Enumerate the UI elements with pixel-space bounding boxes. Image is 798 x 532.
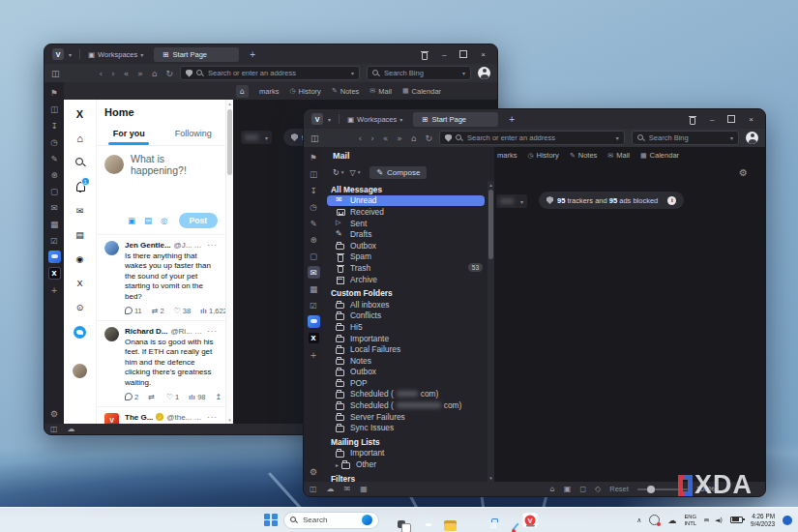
bookmark-bar-item[interactable]: ▦ Calendar xyxy=(640,151,679,160)
bookmark-bar-item[interactable]: ✎ Notes xyxy=(332,87,359,96)
images-toggle-icon[interactable]: ▣ xyxy=(564,485,572,493)
workspaces-button[interactable]: ▣ Workspaces ▾ xyxy=(347,115,402,124)
bookmark-bar-item[interactable]: marks xyxy=(497,151,517,160)
account-dropdown[interactable]: ▾ xyxy=(241,131,272,144)
closed-tabs-trash-icon[interactable] xyxy=(421,50,429,59)
scrollbar[interactable]: ▴ ▾ xyxy=(225,100,233,424)
close-button[interactable]: × xyxy=(749,115,754,124)
minimize-button[interactable]: – xyxy=(442,50,446,59)
zoom-slider-knob[interactable] xyxy=(647,486,655,493)
add-panel-icon[interactable]: + xyxy=(308,348,320,361)
share-icon[interactable]: ↥ xyxy=(215,393,222,401)
retweet-icon[interactable]: ⇄2 xyxy=(152,307,164,315)
mail-folder-row[interactable]: Received xyxy=(323,206,487,218)
retweet-icon[interactable]: ⇄ xyxy=(148,393,157,401)
bookmark-home-button[interactable]: ⌂ xyxy=(236,85,249,98)
forward-button[interactable]: › xyxy=(111,69,115,78)
notification-badge[interactable] xyxy=(783,516,792,525)
start-button[interactable] xyxy=(264,514,278,527)
address-bar[interactable]: Search or enter an address ▾ xyxy=(439,131,625,145)
bookmark-bar-item[interactable]: ▦ Calendar xyxy=(402,87,441,96)
rewind-button[interactable]: « xyxy=(383,133,389,143)
chevron-down-icon[interactable]: ▾ xyxy=(616,134,619,141)
history-panel-icon[interactable]: ◷ xyxy=(48,135,61,148)
mail-folder-row[interactable]: Hi5 xyxy=(323,321,487,333)
fast-forward-button[interactable]: » xyxy=(137,69,143,78)
vivaldi-window-front[interactable]: V ▾ ▣ Workspaces ▾ ⊞ Start Page + – × ◫ xyxy=(303,108,766,497)
mail-panel-icon[interactable]: ✉ xyxy=(308,266,320,279)
back-button[interactable]: ‹ xyxy=(100,69,103,78)
close-button[interactable]: × xyxy=(481,50,486,59)
reply-icon[interactable]: 11 xyxy=(125,307,142,315)
add-panel-icon[interactable]: + xyxy=(48,283,61,296)
capture-icon[interactable]: ◻ xyxy=(579,485,586,493)
mail-folder-row[interactable]: Custom Folders xyxy=(323,287,487,299)
mail-folder-row[interactable]: Outbox xyxy=(323,367,487,378)
calendar-status-icon[interactable]: ▦ xyxy=(360,485,368,493)
zoom-reset-label[interactable]: Reset xyxy=(609,485,629,493)
panel-toggle-icon[interactable]: ◫ xyxy=(50,425,58,433)
workspaces-button[interactable]: ▣ Workspaces ▾ xyxy=(88,50,143,59)
trackers-blocked-badge[interactable]: 95 trackers and 95 ads blocked i xyxy=(539,192,684,209)
tray-chevron-icon[interactable]: ∧ xyxy=(636,517,641,524)
reply-icon[interactable]: 2 xyxy=(125,393,138,401)
mail-folder-row[interactable]: Notes xyxy=(323,355,487,367)
reading-list-panel-icon[interactable]: ◫ xyxy=(48,103,61,115)
bookmarks-panel-icon[interactable]: ⚑ xyxy=(308,151,320,163)
tab-start-page[interactable]: ⊞ Start Page xyxy=(154,47,239,62)
taskbar-search[interactable]: Search xyxy=(283,512,379,529)
chevron-down-icon[interactable]: ▾ xyxy=(351,70,354,76)
onedrive-icon[interactable]: ☁ xyxy=(667,516,676,525)
expand-caret-icon[interactable]: ▸ xyxy=(336,461,339,468)
panel-toggle-icon[interactable]: ◫ xyxy=(51,69,60,78)
mail-folder-row[interactable]: Local Failures xyxy=(323,343,487,355)
mail-refresh-button[interactable]: ↻▾ xyxy=(333,168,343,177)
mail-folder-row[interactable]: Importante xyxy=(323,333,487,344)
poll-icon[interactable]: ◎ xyxy=(161,216,167,225)
wifi-icon[interactable]: ))) xyxy=(702,518,708,521)
reading-list-panel-icon[interactable]: ◫ xyxy=(308,167,320,180)
tasks-panel-icon[interactable]: ☑ xyxy=(48,234,61,247)
tweet-more-icon[interactable]: ··· xyxy=(207,327,218,336)
closed-tabs-trash-icon[interactable] xyxy=(689,115,696,124)
mail-folder-row[interactable]: Archive xyxy=(323,274,487,285)
mail-folder-row[interactable]: POP xyxy=(323,377,487,389)
language-switcher[interactable]: ENGINTL xyxy=(684,514,696,525)
mail-folder-row[interactable]: Sent xyxy=(323,218,487,229)
bookmark-bar-item[interactable]: marks xyxy=(259,87,279,96)
compose-tweet-box[interactable]: What is happening?! ▣▤◎ Post xyxy=(97,146,225,235)
notifications-icon[interactable]: 1 xyxy=(74,181,87,193)
lists-icon[interactable]: ▤ xyxy=(74,229,87,242)
tweet-more-icon[interactable]: ··· xyxy=(207,241,218,250)
bookmark-bar-item[interactable]: ◷ History xyxy=(289,87,320,96)
communities-icon[interactable]: ◉ xyxy=(74,253,87,266)
messages-icon[interactable]: ✉ xyxy=(74,205,87,218)
compose-button[interactable]: ✎ Compose xyxy=(369,166,427,179)
web-panel-icon[interactable] xyxy=(48,251,61,263)
panel-toggle-icon[interactable]: ◫ xyxy=(310,485,317,493)
mail-folder-row[interactable]: Conflicts xyxy=(323,310,487,322)
settings-gear-icon[interactable]: ⚙ xyxy=(310,467,317,477)
settings-gear-icon[interactable]: ⚙ xyxy=(50,409,58,419)
feeds-panel-icon[interactable]: ⊛ xyxy=(48,168,61,181)
premium-icon[interactable]: X xyxy=(74,278,87,290)
history-panel-icon[interactable]: ◷ xyxy=(308,200,320,213)
x-logo[interactable]: X xyxy=(74,108,87,121)
bookmark-bar-item[interactable]: ✎ Notes xyxy=(570,151,597,160)
taskbar-clock[interactable]: 4:26 PM9/4/2023 xyxy=(751,513,775,527)
twitter-logo-badge[interactable] xyxy=(74,326,86,339)
media-icon[interactable]: ▣ xyxy=(128,216,135,225)
profile-avatar[interactable] xyxy=(746,132,758,144)
back-button[interactable]: ‹ xyxy=(359,133,363,143)
vivaldi-menu-button[interactable]: V xyxy=(52,48,64,60)
scrollbar[interactable]: ▴ ▾ xyxy=(488,181,494,482)
mail-folder-row[interactable]: All inboxes xyxy=(323,299,487,310)
home-button[interactable]: ⌂ xyxy=(152,69,158,78)
new-tab-button[interactable]: + xyxy=(509,114,515,125)
forward-button[interactable]: › xyxy=(370,133,374,143)
reload-button[interactable]: ↻ xyxy=(425,133,432,143)
web-panel-icon[interactable] xyxy=(308,315,320,328)
mail-folder-row[interactable]: Mailing Lists xyxy=(323,436,487,448)
info-icon[interactable]: i xyxy=(667,196,676,205)
windows-panel-icon[interactable]: ▢ xyxy=(308,250,320,262)
